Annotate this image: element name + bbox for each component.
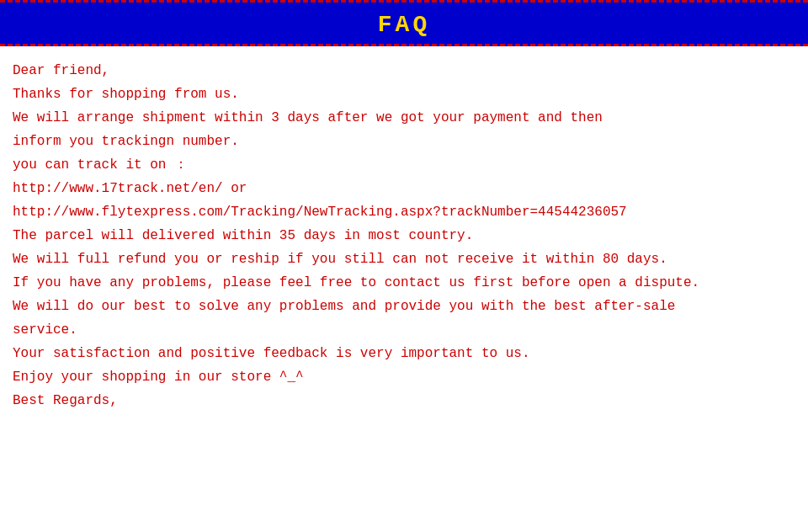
line-shipment: We will arrange shipment within 3 days a… [13,106,795,130]
line-inform: inform you trackingn number. [13,130,795,153]
line-refund: We will full refund you or reship if you… [13,247,795,271]
line-satisfaction: Your satisfaction and positive feedback … [13,342,795,365]
track-link-1[interactable]: http://www.17track.net/en/ [13,181,223,196]
line-thanks: Thanks for shopping from us. [13,82,795,106]
line-track-link-2[interactable]: http://www.flytexpress.com/Tracking/NewT… [13,200,795,224]
line-track-on: you can track it on ： [13,153,795,177]
line-best: We will do our best to solve any problem… [13,295,795,318]
content-area: Dear friend, Thanks for shopping from us… [0,46,808,421]
header: FAQ [0,0,808,46]
or-text-1: or [231,181,247,196]
line-enjoy: Enjoy your shopping in our store ^_^ [13,365,795,389]
page-title: FAQ [378,12,430,38]
line-service: service. [13,318,795,342]
top-dashed-border [0,0,808,7]
line-problems: If you have any problems, please feel fr… [13,271,795,295]
line-track-links: http://www.17track.net/en/ or [13,177,795,200]
line-parcel-days: The parcel will delivered within 35 days… [13,224,795,247]
line-dear-friend: Dear friend, [13,59,795,82]
line-regards: Best Regards, [13,389,795,412]
